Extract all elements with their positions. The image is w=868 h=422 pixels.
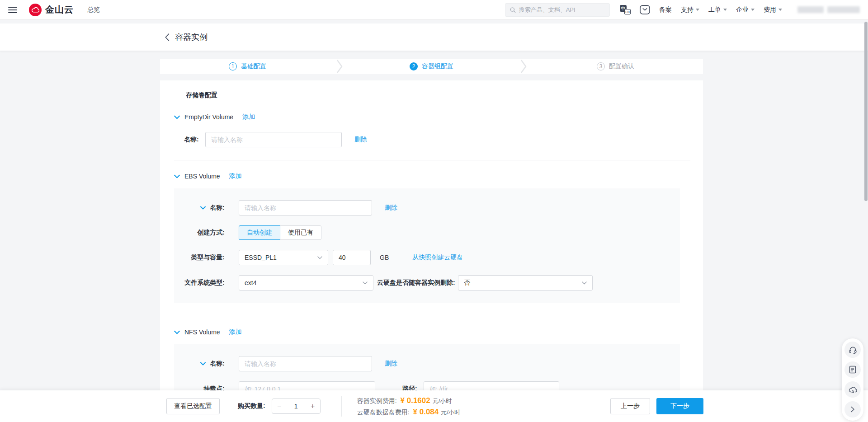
global-search[interactable] [505,3,610,17]
next-step-button[interactable]: 下一步 [656,398,703,414]
chevron-right-icon [850,406,855,413]
emptydir-name-label: 名称: [184,136,205,144]
message-icon[interactable] [640,5,650,14]
logo-cloud-icon [29,4,42,16]
quantity-label: 购买数量: [238,402,265,410]
nfs-mount-input[interactable] [239,381,375,390]
ebs-name-input[interactable] [239,200,372,216]
ebs-add-link[interactable]: 添加 [229,172,242,180]
emptydir-collapse-button[interactable] [174,115,180,119]
floating-help-toolbar [842,338,863,421]
nfs-name-label: 名称: [210,360,225,368]
emptydir-volume-title: EmptyDir Volume [184,113,233,121]
page-title: 容器实例 [175,32,208,42]
disk-fee-unit: 元/小时 [441,408,460,417]
emptydir-add-link[interactable]: 添加 [242,113,255,121]
search-input[interactable] [519,6,605,13]
disk-fee-label: 云硬盘数据盘费用: [357,408,410,417]
language-switch-icon[interactable]: 中 EN [620,5,631,14]
caret-down-icon [751,9,755,11]
chevron-down-icon [174,330,180,334]
chevron-down-icon [582,281,587,285]
chevron-left-icon [165,33,170,41]
ebs-type-select[interactable]: ESSD_PL1 [239,250,328,265]
ebs-delete-policy-select[interactable]: 否 [458,275,593,291]
page-title-bar: 容器实例 [0,23,868,51]
emptydir-delete-link[interactable]: 删除 [354,136,367,144]
caret-down-icon [723,9,727,11]
menu-ticket[interactable]: 工单 [708,6,727,14]
step-separator-icon [519,59,528,74]
caret-down-icon [696,9,699,11]
brand-name: 金山云 [45,4,74,16]
search-icon [510,7,516,13]
ebs-item-collapse-button[interactable] [200,206,206,210]
emptydir-name-input[interactable] [205,132,342,147]
chevron-down-icon [200,206,206,210]
kingsoft-cloud-logo[interactable]: 金山云 [29,4,74,16]
nfs-volume-card: 名称: 删除 挂载点: 路径: [174,344,680,390]
ebs-type-capacity-label: 类型与容量: [191,253,225,262]
cloud-bell-icon [848,386,857,394]
document-icon [849,366,856,374]
ebs-collapse-button[interactable] [174,174,180,178]
docs-button[interactable] [844,361,861,378]
nav-overview[interactable]: 总览 [87,6,100,14]
step-container-group-config[interactable]: 2 容器组配置 [344,59,519,74]
nfs-collapse-button[interactable] [174,330,180,334]
ebs-volume-card: 名称: 删除 创建方式: 自动创建 使用已有 类型与容量: ESSD_PL1 [174,188,680,303]
instance-fee-value: ¥ 0.1602 [401,396,430,405]
menu-enterprise[interactable]: 企业 [736,6,755,14]
account-name-redacted[interactable] [797,6,860,13]
divider [174,316,690,316]
quantity-value: 1 [287,403,306,410]
nfs-name-input[interactable] [239,356,372,371]
purchase-footer-bar: 查看已选配置 购买数量: − 1 + 容器实例费用: ¥ 0.1602 元/小时… [0,390,868,422]
collapse-toolbar-button[interactable] [844,401,861,417]
ebs-mode-use-existing[interactable]: 使用已有 [280,225,321,240]
instance-fee-unit: 元/小时 [433,397,452,405]
step-separator-icon [335,59,344,74]
quantity-plus-button[interactable]: + [306,402,320,410]
view-selected-config-button[interactable]: 查看已选配置 [166,398,220,414]
nfs-path-label: 路径: [402,385,417,390]
ebs-delete-link[interactable]: 删除 [385,204,397,212]
ebs-name-label: 名称: [210,204,225,212]
fee-summary: 容器实例费用: ¥ 0.1602 元/小时 云硬盘数据盘费用: ¥ 0.084 … [357,396,460,417]
ebs-capacity-unit: GB [380,254,389,261]
ebs-create-mode-toggle: 自动创建 使用已有 [239,225,321,240]
nfs-item-collapse-button[interactable] [200,362,206,366]
ebs-fs-type-label: 文件系统类型: [184,279,225,287]
instance-fee-label: 容器实例费用: [357,397,397,405]
chevron-down-icon [317,256,322,259]
menu-support[interactable]: 支持 [681,6,699,14]
menu-beian[interactable]: 备案 [659,6,672,14]
ebs-volume-title: EBS Volume [184,173,220,180]
chevron-down-icon [174,174,180,178]
nfs-add-link[interactable]: 添加 [229,328,242,336]
quantity-stepper: − 1 + [272,399,321,414]
hamburger-menu-icon[interactable] [8,7,17,13]
menu-billing[interactable]: 费用 [764,6,782,14]
previous-step-button[interactable]: 上一步 [610,398,650,414]
cloud-notice-button[interactable] [844,381,861,398]
ebs-delete-policy-label: 云硬盘是否随容器实例删除: [377,279,455,287]
nfs-volume-title: NFS Volume [184,328,220,336]
chevron-down-icon [174,115,180,119]
ebs-create-from-snapshot-link[interactable]: 从快照创建云硬盘 [412,253,463,262]
ebs-capacity-input[interactable] [333,250,371,265]
step-confirm-config[interactable]: 3 配置确认 [528,59,703,74]
step-basic-config[interactable]: 1 基础配置 [160,59,335,74]
top-navigation-bar: 金山云 总览 中 EN 备案 支持 工单 企业 费用 [0,0,868,20]
ebs-fs-type-select[interactable]: ext4 [239,275,373,291]
nfs-delete-link[interactable]: 删除 [385,360,397,368]
chevron-down-icon [200,362,206,366]
divider [174,160,690,160]
disk-fee-value: ¥ 0.084 [413,408,439,417]
quantity-minus-button[interactable]: − [272,402,287,410]
page-scrollbar-thumb[interactable] [864,22,868,201]
customer-service-button[interactable] [844,342,861,358]
ebs-mode-auto-create[interactable]: 自动创建 [239,225,280,240]
back-button[interactable] [165,33,170,41]
nfs-path-input[interactable] [424,381,559,390]
